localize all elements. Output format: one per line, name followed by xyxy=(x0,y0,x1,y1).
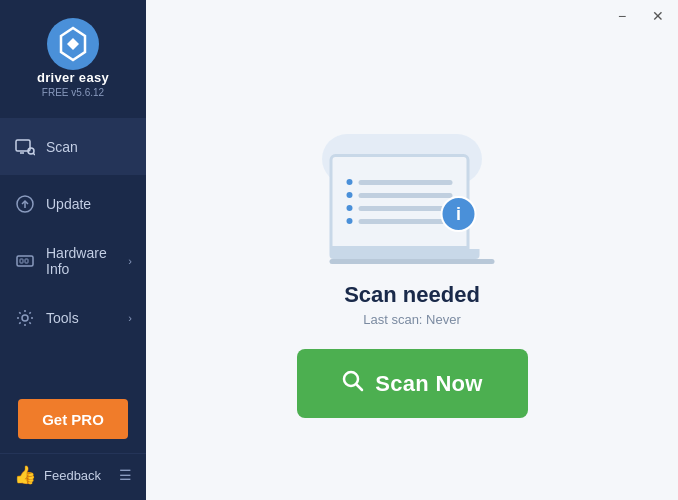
hardware-info-chevron: › xyxy=(128,255,132,267)
scan-status-title: Scan needed xyxy=(344,282,480,308)
screen-bar-3 xyxy=(359,206,453,211)
laptop-illustration: i xyxy=(330,154,495,264)
scan-search-icon xyxy=(341,369,365,398)
sidebar-item-scan[interactable]: Scan xyxy=(0,118,146,175)
get-pro-button[interactable]: Get PRO xyxy=(18,399,128,439)
update-label: Update xyxy=(46,196,132,212)
main-content: i Scan needed Last scan: Never Scan Now xyxy=(146,0,678,500)
screen-bar-4 xyxy=(359,219,453,224)
last-scan-text: Last scan: Never xyxy=(363,312,461,327)
logo-area: driver easy FREE v5.6.12 xyxy=(0,0,146,112)
tools-label: Tools xyxy=(46,310,118,326)
screen-bar-1 xyxy=(359,180,453,185)
scan-illustration: i xyxy=(312,114,512,264)
laptop-base xyxy=(330,249,480,259)
screen-line-2 xyxy=(347,192,453,198)
laptop-screen: i xyxy=(330,154,470,249)
svg-rect-9 xyxy=(25,259,28,263)
screen-dot-2 xyxy=(347,192,353,198)
hardware-icon xyxy=(14,250,36,272)
title-bar: − ✕ xyxy=(146,0,678,32)
minimize-button[interactable]: − xyxy=(610,4,634,28)
screen-bar-2 xyxy=(359,193,453,198)
svg-line-12 xyxy=(357,385,363,391)
feedback-menu-icon: ☰ xyxy=(119,467,132,483)
app-logo xyxy=(47,18,99,70)
tools-icon xyxy=(14,307,36,329)
update-icon xyxy=(14,193,36,215)
app-version: FREE v5.6.12 xyxy=(42,87,104,98)
screen-dot-3 xyxy=(347,205,353,211)
sidebar-item-update[interactable]: Update xyxy=(0,175,146,232)
tools-chevron: › xyxy=(128,312,132,324)
sidebar-bottom: 👍 Feedback ☰ xyxy=(0,453,146,500)
svg-line-4 xyxy=(33,153,35,155)
scan-label: Scan xyxy=(46,139,132,155)
close-button[interactable]: ✕ xyxy=(646,4,670,28)
sidebar-item-tools[interactable]: Tools › xyxy=(0,289,146,346)
nav-menu: Scan Update Hardware Info xyxy=(0,118,146,395)
svg-rect-8 xyxy=(20,259,23,263)
sidebar: driver easy FREE v5.6.12 Scan xyxy=(0,0,146,500)
screen-line-3 xyxy=(347,205,453,211)
scan-now-button[interactable]: Scan Now xyxy=(297,349,528,418)
scan-now-label: Scan Now xyxy=(375,371,483,397)
laptop-foot xyxy=(330,259,495,264)
screen-dot-1 xyxy=(347,179,353,185)
feedback-icon: 👍 xyxy=(14,464,36,486)
sidebar-item-hardware-info[interactable]: Hardware Info › xyxy=(0,232,146,289)
screen-line-1 xyxy=(347,179,453,185)
info-badge: i xyxy=(441,196,477,232)
app-title: driver easy xyxy=(37,70,109,85)
screen-dot-4 xyxy=(347,218,353,224)
hardware-info-label: Hardware Info xyxy=(46,245,118,277)
feedback-label[interactable]: Feedback xyxy=(44,468,111,483)
screen-line-4 xyxy=(347,218,453,224)
scan-icon xyxy=(14,136,36,158)
svg-point-10 xyxy=(22,315,28,321)
